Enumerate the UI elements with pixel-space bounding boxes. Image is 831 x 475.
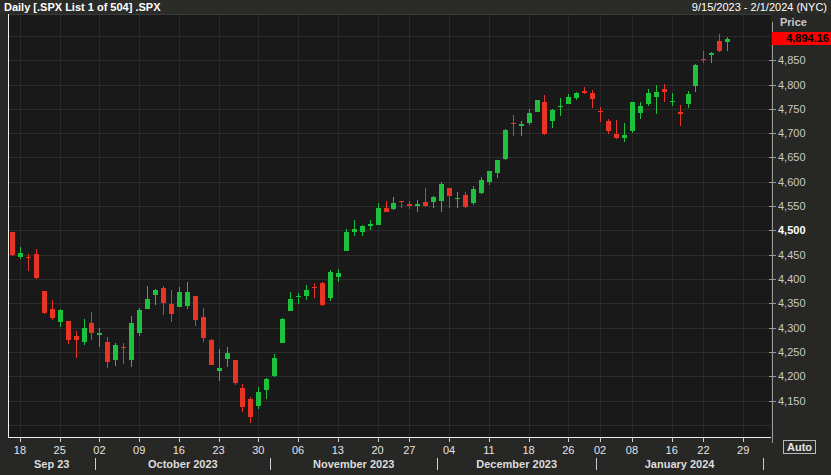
x-axis-month-label: December 2023 (476, 458, 557, 470)
candle-body (328, 272, 333, 299)
price-axis-label: 4,150 (778, 395, 806, 407)
candle-body (161, 288, 166, 303)
candle-body (686, 94, 691, 104)
x-axis-tick-label: 02 (93, 444, 105, 456)
candle-body (82, 328, 87, 343)
candle-body (352, 229, 357, 232)
candle-body (439, 184, 444, 201)
candle-body (535, 100, 540, 112)
price-axis-label: 4,450 (778, 249, 806, 261)
candle-body (26, 257, 31, 258)
candle-body (709, 53, 714, 55)
chart-title: Daily [.SPX List 1 of 504] .SPX (4, 1, 161, 14)
candle-body (97, 333, 102, 335)
candle-body (42, 291, 47, 313)
price-axis-label: 4,200 (778, 370, 806, 382)
candle-body (34, 254, 39, 278)
candle-body (248, 399, 253, 417)
candle-body (384, 208, 389, 211)
x-axis-tick-label: 02 (594, 444, 606, 456)
candle-body (415, 204, 420, 206)
candle-body (320, 283, 325, 304)
price-axis-label: 4,350 (778, 297, 806, 309)
candle-body (479, 180, 484, 194)
candle-body (10, 232, 15, 255)
candle-body (511, 123, 516, 124)
candle-body (233, 360, 238, 382)
price-axis-label: 4,300 (778, 322, 806, 334)
candle-body (550, 110, 555, 121)
candle-body (217, 368, 222, 371)
candle-body (225, 353, 230, 359)
price-axis-label: 4,850 (778, 54, 806, 66)
x-axis-tick-label: 08 (626, 444, 638, 456)
candle-body (137, 310, 142, 333)
x-axis-tick-label: 18 (522, 444, 534, 456)
price-axis-label: 4,550 (778, 200, 806, 212)
candle (137, 308, 142, 336)
plot-background (8, 14, 771, 437)
candle (320, 282, 325, 306)
x-axis-tick-label: 16 (666, 444, 678, 456)
price-axis: Price 4,894.16 4,8504,8004,7504,7004,650… (772, 14, 831, 475)
candle-body (638, 106, 643, 113)
candle-body (503, 130, 508, 160)
date-axis: 1825020916233006132027041118260208162229… (0, 444, 772, 475)
candle-body (717, 41, 722, 51)
last-price-badge: 4,894.16 (772, 32, 831, 45)
candle-body (18, 253, 23, 257)
price-axis-label: 4,500 (778, 224, 806, 236)
price-axis-label: 4,650 (778, 151, 806, 163)
x-axis-tick-label: 25 (54, 444, 66, 456)
candle-body (590, 93, 595, 99)
candle-body (463, 195, 468, 206)
candle-body (391, 203, 396, 209)
candle-body (606, 121, 611, 131)
candle-body (201, 317, 206, 338)
candle-body (272, 358, 277, 376)
candle (630, 102, 635, 133)
candle-body (487, 171, 492, 182)
candle-body (693, 65, 698, 86)
candle-body (654, 92, 659, 96)
candle-body (145, 299, 150, 308)
title-bar: Daily [.SPX List 1 of 504] .SPX 9/15/202… (0, 0, 831, 14)
candle-body (376, 208, 381, 225)
candle (280, 318, 285, 343)
candle-body (455, 198, 460, 199)
x-axis-month-label: November 2023 (313, 458, 394, 470)
candle-body (113, 345, 118, 360)
candle-body (288, 299, 293, 311)
candle-body (630, 102, 635, 131)
candle-body (582, 91, 587, 93)
candle (535, 100, 540, 112)
candle-body (66, 321, 71, 340)
candle-body (74, 336, 79, 339)
candle (42, 291, 47, 313)
candle-body (105, 342, 110, 362)
candle-body (177, 292, 182, 308)
candle-body (368, 224, 373, 226)
candle-body (527, 113, 532, 123)
price-axis-header: Price (780, 16, 807, 28)
month-separator (270, 458, 271, 470)
price-axis-label: 4,700 (778, 127, 806, 139)
candle-body (296, 296, 301, 297)
candle-body (662, 89, 667, 92)
candle-body (344, 232, 349, 250)
date-range-label: 9/15/2023 - 2/1/2024 (NYC) (692, 1, 827, 14)
auto-scale-button[interactable]: Auto (783, 440, 816, 454)
month-separator (763, 458, 764, 470)
candle-body (542, 102, 547, 134)
candle-body (558, 106, 563, 107)
candle-body (336, 273, 341, 277)
candlestick-chart[interactable] (0, 14, 831, 444)
candle-body (566, 97, 571, 105)
x-axis-month-label: January 2024 (645, 458, 715, 470)
x-axis-month-label: October 2023 (148, 458, 218, 470)
x-axis-tick-label: 11 (483, 444, 494, 456)
candle-body (670, 101, 675, 102)
price-axis-label: 4,750 (778, 103, 806, 115)
candle-body (58, 310, 63, 323)
candle-body (89, 323, 94, 333)
